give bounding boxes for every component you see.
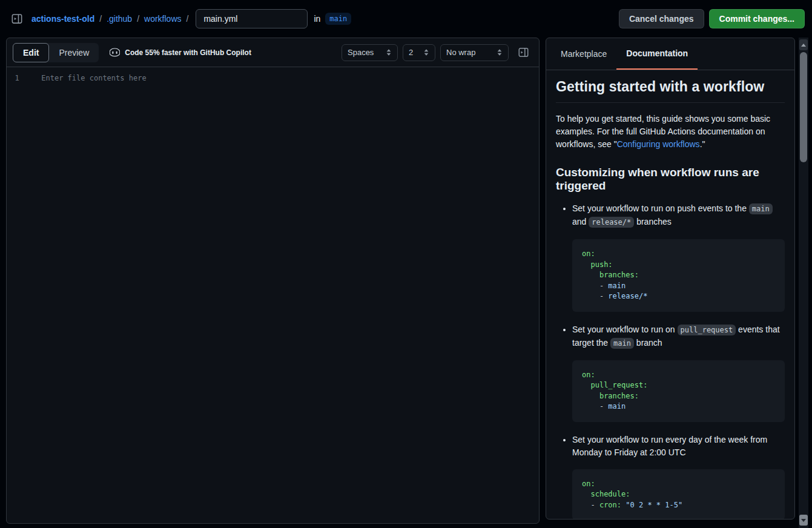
panel-expand-icon [518, 47, 529, 58]
file-contents-editor[interactable]: 1 Enter file contents here [7, 67, 539, 523]
wrap-mode-select[interactable]: No wrap [440, 44, 509, 61]
collapse-file-tree-button[interactable] [7, 9, 27, 28]
indent-mode-select[interactable]: Spaces [342, 44, 398, 61]
in-label: in [314, 14, 320, 24]
tab-marketplace[interactable]: Marketplace [551, 38, 616, 70]
docs-title: Getting started with a workflow [556, 79, 785, 103]
scrollbar-thumb[interactable] [800, 52, 807, 162]
inline-code: main [749, 203, 773, 214]
editor-toolbar: Edit Preview Code 55% faster with GitHub… [7, 38, 539, 67]
breadcrumb-separator: / [137, 14, 139, 24]
indent-mode-value: Spaces [348, 48, 374, 57]
scroll-up-button[interactable] [799, 39, 808, 50]
breadcrumb-separator: / [186, 14, 189, 24]
code-example-push: on: push: branches: - main - release/* [572, 239, 785, 312]
breadcrumb-dir-github-link[interactable]: .github [107, 14, 132, 24]
docs-scrollbar[interactable] [799, 38, 808, 528]
indent-size-select[interactable]: 2 [403, 44, 435, 61]
filename-input[interactable] [196, 9, 308, 28]
cancel-changes-button[interactable]: Cancel changes [619, 9, 704, 28]
triangle-up-icon [801, 44, 806, 47]
editor-placeholder: Enter file contents here [41, 74, 146, 82]
bullet-text: Set your workflow to run on push events … [572, 202, 785, 229]
breadcrumb-repo-link[interactable]: actions-test-old [31, 14, 94, 24]
list-item: Set your workflow to run on pull_request… [572, 323, 785, 422]
up-down-arrows-icon [423, 48, 429, 56]
header-actions: Cancel changes Commit changes... [619, 9, 805, 28]
docs-intro-paragraph: To help you get started, this guide show… [556, 113, 785, 151]
code-example-pull-request: on: pull_request: branches: - main [572, 360, 785, 422]
up-down-arrows-icon [386, 48, 392, 56]
docs-example-list: Set your workflow to run on push events … [556, 202, 785, 520]
documentation-panel: Marketplace Documentation Getting starte… [546, 38, 795, 520]
tab-documentation[interactable]: Documentation [616, 38, 698, 70]
copilot-banner-label: Code 55% faster with GitHub Copilot [125, 48, 251, 57]
wrap-mode-value: No wrap [446, 48, 475, 57]
inline-code: release/* [589, 217, 634, 228]
edit-preview-tabs: Edit Preview [13, 43, 99, 62]
docs-content: Getting started with a workflow To help … [546, 70, 794, 520]
commit-changes-button[interactable]: Commit changes... [709, 9, 805, 28]
tab-edit[interactable]: Edit [13, 43, 49, 62]
editor-panel: Edit Preview Code 55% faster with GitHub… [6, 38, 540, 524]
docs-section-heading: Customizing when workflow runs are trigg… [556, 166, 785, 193]
breadcrumb-dir-workflows-link[interactable]: workflows [144, 14, 181, 24]
line-number: 1 [7, 74, 27, 82]
bullet-text: Set your workflow to run on pull_request… [572, 323, 785, 350]
branch-badge: main [325, 13, 351, 25]
bullet-text: Set your workflow to run every day of th… [572, 434, 785, 459]
docs-tabs: Marketplace Documentation [546, 38, 794, 70]
copilot-banner[interactable]: Code 55% faster with GitHub Copilot [110, 48, 251, 57]
list-item: Set your workflow to run on push events … [572, 202, 785, 312]
collapse-help-panel-button[interactable] [513, 43, 533, 62]
inline-code: pull_request [678, 325, 736, 335]
breadcrumb: actions-test-old / .github / workflows /… [31, 9, 351, 28]
triangle-down-icon [801, 519, 806, 522]
breadcrumb-separator: / [99, 14, 102, 24]
copilot-icon [110, 48, 120, 57]
indent-size-value: 2 [409, 48, 413, 57]
inline-code: main [610, 338, 634, 349]
configuring-workflows-link[interactable]: Configuring workflows [617, 139, 700, 149]
github-file-editor: actions-test-old / .github / workflows /… [0, 0, 812, 528]
tab-preview[interactable]: Preview [49, 43, 99, 62]
up-down-arrows-icon [497, 48, 503, 56]
scroll-down-button[interactable] [799, 515, 808, 526]
sidebar-panel-icon [12, 13, 22, 24]
list-item: Set your workflow to run every day of th… [572, 434, 785, 520]
editor-settings: Spaces 2 No wrap [342, 43, 533, 62]
file-header: actions-test-old / .github / workflows /… [0, 0, 812, 38]
code-example-schedule: on: schedule: - cron: "0 2 * * 1-5" [572, 469, 785, 520]
